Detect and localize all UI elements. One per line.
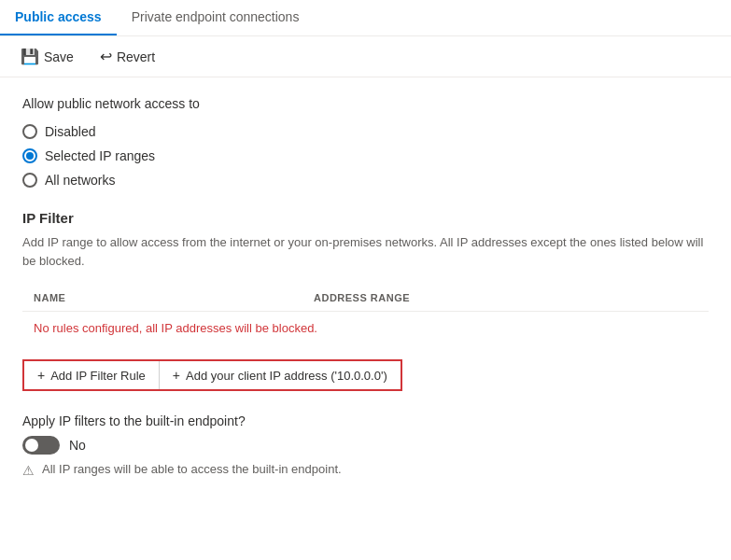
network-access-radio-group: Disabled Selected IP ranges All networks: [22, 124, 709, 188]
network-access-label: Allow public network access to: [22, 96, 709, 111]
revert-button[interactable]: ↩ Revert: [94, 44, 161, 69]
save-icon: 💾: [21, 48, 39, 65]
add-rule-label: Add IP Filter Rule: [50, 369, 146, 383]
col-address-range: ADDRESS RANGE: [302, 285, 709, 312]
add-client-ip-button[interactable]: + Add your client IP address ('10.0.0.0'…: [160, 361, 401, 389]
tabs-bar: Public access Private endpoint connectio…: [0, 0, 731, 36]
main-content: Allow public network access to Disabled …: [0, 77, 731, 508]
radio-all-networks[interactable]: All networks: [22, 173, 709, 188]
add-ip-filter-rule-button[interactable]: + Add IP Filter Rule: [24, 361, 160, 389]
radio-circle-selected-ip: [22, 148, 37, 163]
warning-row: ⚠ All IP ranges will be able to access t…: [22, 462, 709, 478]
ip-filter-table: NAME ADDRESS RANGE No rules configured, …: [22, 285, 709, 350]
add-client-ip-label: Add your client IP address ('10.0.0.0'): [186, 369, 387, 383]
radio-selected-ip[interactable]: Selected IP ranges: [22, 148, 709, 163]
warning-icon: ⚠: [22, 463, 35, 478]
warning-text: All IP ranges will be able to access the…: [42, 462, 342, 476]
ip-filter-title: IP Filter: [22, 210, 709, 226]
radio-label-disabled: Disabled: [45, 124, 95, 139]
action-buttons-wrapper: + Add IP Filter Rule + Add your client I…: [22, 359, 402, 391]
col-name: NAME: [22, 285, 302, 312]
ip-filter-description: Add IP range to allow access from the in…: [22, 233, 709, 270]
radio-label-all-networks: All networks: [45, 173, 115, 188]
built-in-endpoint-toggle[interactable]: [22, 436, 60, 455]
radio-label-selected-ip: Selected IP ranges: [45, 148, 155, 163]
toggle-section: Apply IP filters to the built-in endpoin…: [22, 413, 709, 478]
toolbar: 💾 Save ↩ Revert: [0, 36, 731, 77]
radio-disabled[interactable]: Disabled: [22, 124, 709, 139]
toggle-row: No: [22, 436, 709, 455]
radio-circle-all-networks: [22, 173, 37, 188]
toggle-question: Apply IP filters to the built-in endpoin…: [22, 413, 709, 428]
save-button[interactable]: 💾 Save: [15, 44, 79, 69]
toggle-value-text: No: [69, 438, 86, 453]
ip-filter-section: IP Filter Add IP range to allow access f…: [22, 210, 709, 413]
plus-icon-2: +: [173, 368, 180, 383]
radio-circle-disabled: [22, 124, 37, 139]
no-rules-message: No rules configured, all IP addresses wi…: [22, 312, 709, 351]
tab-public-access[interactable]: Public access: [0, 0, 117, 35]
table-header-row: NAME ADDRESS RANGE: [22, 285, 709, 312]
tab-private-endpoint[interactable]: Private endpoint connections: [117, 0, 315, 35]
no-rules-row: No rules configured, all IP addresses wi…: [22, 312, 709, 351]
plus-icon-1: +: [37, 368, 45, 383]
revert-icon: ↩: [100, 48, 112, 65]
